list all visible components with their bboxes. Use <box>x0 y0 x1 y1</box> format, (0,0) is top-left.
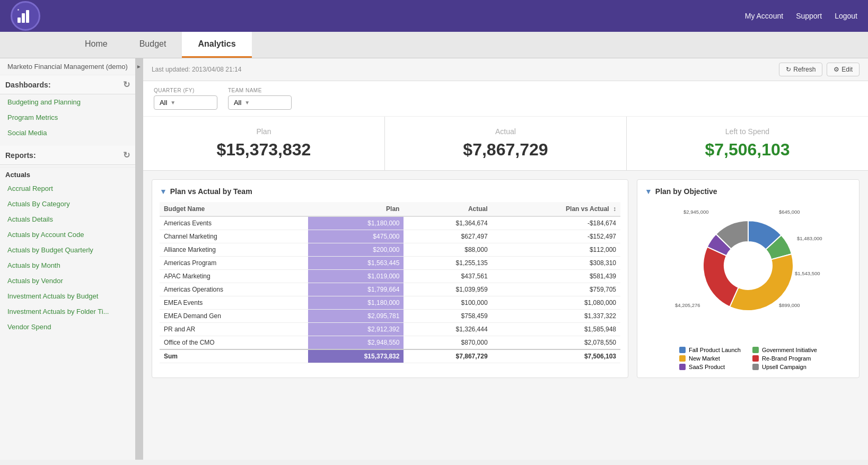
filters-row: QUARTER (FY) All ▼ TEAM NAME All ▼ <box>143 81 868 117</box>
quarter-arrow-icon: ▼ <box>170 100 176 106</box>
cell-actual: $1,039,959 <box>404 283 492 296</box>
my-account-link[interactable]: My Account <box>745 12 783 20</box>
table-row: Americas Operations $1,799,664 $1,039,95… <box>160 283 620 296</box>
sidebar-item-investment-actuals-folder[interactable]: Investment Actuals by Folder Ti... <box>0 304 135 319</box>
cell-pva: -$184,674 <box>492 216 620 230</box>
cell-name: EMEA Demand Gen <box>160 310 308 323</box>
cell-name: Office of the CMO <box>160 336 308 350</box>
donut-label-5: $4,205,276 <box>675 302 700 308</box>
sidebar-item-program-metrics[interactable]: Program Metrics <box>0 110 135 125</box>
cell-name: Channel Marketing <box>160 230 308 243</box>
kpi-left-label: Left to Spend <box>643 127 852 136</box>
cell-actual: $88,000 <box>404 243 492 257</box>
cell-plan: $200,000 <box>308 243 404 257</box>
team-label: TEAM NAME <box>228 87 292 93</box>
table-filter-icon: ▼ <box>160 187 167 196</box>
legend-label-5: Upsell Campaign <box>762 364 806 370</box>
sidebar-item-actuals-by-account-code[interactable]: Actuals by Account Code <box>0 227 135 242</box>
cell-name: Americas Program <box>160 257 308 270</box>
sidebar-item-social-media[interactable]: Social Media <box>0 125 135 141</box>
top-header: My Account Support Logout <box>0 0 868 32</box>
donut-segment-3 <box>703 247 739 307</box>
cell-plan: $1,019,000 <box>308 270 404 283</box>
legend-item-5: Upsell Campaign <box>752 364 817 370</box>
sidebar-item-accrual-report[interactable]: Accrual Report <box>0 181 135 196</box>
edit-icon: ⚙ <box>834 66 839 73</box>
refresh-button[interactable]: ↻ Refresh <box>779 63 822 76</box>
cell-actual: $1,364,674 <box>404 216 492 230</box>
refresh-icon: ↻ <box>786 66 791 73</box>
cell-plan: $1,799,664 <box>308 283 404 296</box>
donut-panel: ▼ Plan by Objective $2,945,000$645,000$1… <box>637 179 860 378</box>
team-filter: TEAM NAME All ▼ <box>228 87 292 110</box>
tab-home[interactable]: Home <box>69 32 124 58</box>
cell-actual: $100,000 <box>404 296 492 310</box>
edit-button[interactable]: ⚙ Edit <box>827 63 860 76</box>
sidebar-item-actuals-by-vendor[interactable]: Actuals by Vendor <box>0 273 135 288</box>
cell-name: Americas Operations <box>160 283 308 296</box>
table-panel-title: ▼ Plan vs Actual by Team <box>160 187 620 196</box>
kpi-plan: Plan $15,373,832 <box>143 117 385 170</box>
tab-budget[interactable]: Budget <box>124 32 182 58</box>
app-logo <box>11 1 40 31</box>
legend-item-0: Fall Product Launch <box>679 347 744 353</box>
cell-actual: $758,459 <box>404 310 492 323</box>
cell-actual: $1,326,444 <box>404 323 492 336</box>
cell-pva: $1,080,000 <box>492 296 620 310</box>
sidebar-item-investment-actuals-budget[interactable]: Investment Actuals by Budget <box>0 288 135 304</box>
cell-pva: $1,337,322 <box>492 310 620 323</box>
donut-panel-title: ▼ Plan by Objective <box>645 187 852 196</box>
legend-dot-0 <box>679 347 686 353</box>
sidebar-item-actuals-by-budget-quarterly[interactable]: Actuals by Budget Quarterly <box>0 242 135 258</box>
svg-rect-2 <box>26 10 29 23</box>
sum-pva: $7,506,103 <box>492 349 620 363</box>
legend-dot-2 <box>679 355 686 362</box>
dashboards-label: Dashboards: <box>5 81 51 89</box>
donut-label-3: $1,543,500 <box>795 270 820 276</box>
cell-pva: $759,705 <box>492 283 620 296</box>
cell-plan: $475,000 <box>308 230 404 243</box>
table-row: Americas Events $1,180,000 $1,364,674 -$… <box>160 216 620 230</box>
svg-rect-0 <box>17 17 21 23</box>
top-bar-buttons: ↻ Refresh ⚙ Edit <box>779 63 860 76</box>
logout-link[interactable]: Logout <box>835 12 857 20</box>
dashboards-refresh-icon[interactable]: ↻ <box>123 80 130 90</box>
charts-section: ▼ Plan vs Actual by Team Budget Name Pla… <box>143 171 868 387</box>
support-link[interactable]: Support <box>796 12 822 20</box>
last-updated-text: Last updated: 2013/04/08 21:14 <box>152 66 241 73</box>
team-arrow-icon: ▼ <box>244 100 250 106</box>
quarter-select[interactable]: All ▼ <box>154 95 217 110</box>
sort-icon[interactable]: ↕ <box>613 205 616 213</box>
legend-label-3: Re-Brand Program <box>762 355 811 362</box>
cell-pva: $308,310 <box>492 257 620 270</box>
legend-label-4: SaaS Product <box>689 364 725 370</box>
legend-grid: Fall Product Launch Government Initiativ… <box>679 347 817 370</box>
svg-rect-1 <box>22 13 25 23</box>
cell-plan: $2,948,550 <box>308 336 404 350</box>
kpi-plan-label: Plan <box>159 127 369 136</box>
team-select[interactable]: All ▼ <box>228 95 292 110</box>
tab-analytics[interactable]: Analytics <box>182 32 251 58</box>
legend-dot-5 <box>752 364 759 370</box>
sidebar-item-actuals-by-month[interactable]: Actuals by Month <box>0 258 135 273</box>
cell-pva: -$152,497 <box>492 230 620 243</box>
kpi-plan-value: $15,373,832 <box>159 140 369 160</box>
sidebar-collapse-btn[interactable]: ► <box>135 58 143 460</box>
donut-label-0: $2,945,000 <box>683 209 709 215</box>
table-row: Alliance Marketing $200,000 $88,000 $112… <box>160 243 620 257</box>
sidebar-item-actuals-by-category[interactable]: Actuals By Category <box>0 196 135 212</box>
cell-pva: $112,000 <box>492 243 620 257</box>
donut-wrapper: $2,945,000$645,000$1,483,000$1,543,500$8… <box>669 202 828 341</box>
table-row: Americas Program $1,563,445 $1,255,135 $… <box>160 257 620 270</box>
table-sum-row: Sum $15,373,832 $7,867,729 $7,506,103 <box>160 349 620 363</box>
reports-refresh-icon[interactable]: ↻ <box>123 150 130 160</box>
table-row: EMEA Events $1,180,000 $100,000 $1,080,0… <box>160 296 620 310</box>
cell-plan: $1,180,000 <box>308 216 404 230</box>
sidebar-item-vendor-spend[interactable]: Vendor Spend <box>0 319 135 335</box>
cell-actual: $870,000 <box>404 336 492 350</box>
col-budget-name: Budget Name <box>160 202 308 216</box>
legend-item-1: Government Initiative <box>752 347 817 353</box>
sidebar-item-budgeting[interactable]: Budgeting and Planning <box>0 94 135 110</box>
sidebar-item-actuals-details[interactable]: Actuals Details <box>0 212 135 227</box>
app-title: Marketo Financial Management (demo) <box>0 58 135 75</box>
